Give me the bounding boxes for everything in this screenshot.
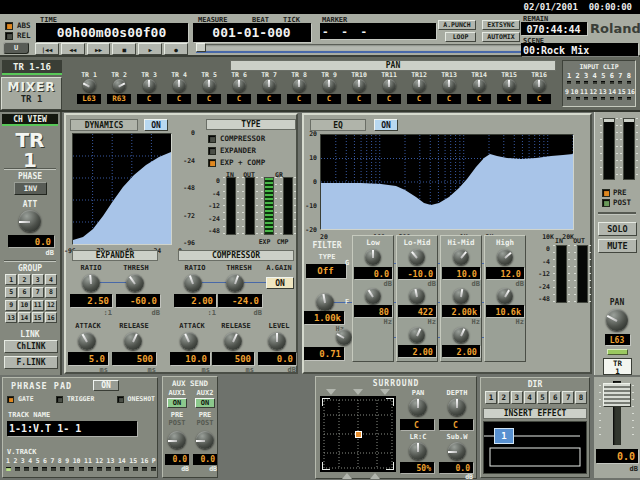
group-button-3[interactable]: 3 xyxy=(32,274,44,285)
vtrack-number[interactable]: 6 xyxy=(43,457,47,465)
transport-button-0[interactable]: |◀◀ xyxy=(35,43,59,55)
group-button-15[interactable]: 15 xyxy=(32,312,44,323)
expander-release-knob[interactable] xyxy=(124,332,142,350)
eq-on-button[interactable]: ON xyxy=(374,119,398,131)
transport-button-1[interactable]: ◀◀ xyxy=(61,43,85,55)
phrase-mode-oneshot[interactable]: ONESHOT xyxy=(117,395,155,403)
compressor-ratio-knob[interactable] xyxy=(184,274,202,292)
transport-button-3[interactable]: ■ xyxy=(112,43,136,55)
tab-tr-1-16[interactable]: TR 1-16 xyxy=(2,60,62,75)
post-toggle[interactable]: POST xyxy=(602,198,631,207)
group-button-5[interactable]: 5 xyxy=(5,287,17,298)
group-button-9[interactable]: 9 xyxy=(5,300,17,311)
pan-knob[interactable] xyxy=(383,79,396,92)
user-button[interactable]: U xyxy=(3,42,29,54)
loop-button[interactable]: LOOP xyxy=(445,32,476,42)
dir-button-4[interactable]: 4 xyxy=(524,391,536,404)
group-button-7[interactable]: 7 xyxy=(32,287,44,298)
dir-button-1[interactable]: 1 xyxy=(485,391,497,404)
pan-knob[interactable] xyxy=(203,79,216,92)
vtrack-number[interactable]: 12 xyxy=(95,457,103,465)
fader-link-button[interactable]: F.LINK xyxy=(4,356,58,369)
aux-on-button[interactable]: ON xyxy=(167,398,187,408)
group-button-11[interactable]: 11 xyxy=(32,300,44,311)
transport-button-5[interactable]: ● xyxy=(164,43,188,55)
transport-button-4[interactable]: ▶ xyxy=(138,43,162,55)
filter-freq-knob[interactable] xyxy=(316,293,334,311)
automix-button[interactable]: AUTOMIX xyxy=(482,32,520,42)
expander-ratio-knob[interactable] xyxy=(82,274,100,292)
vtrack-number[interactable]: 7 xyxy=(50,457,54,465)
dynamics-type-option[interactable]: EXPANDER xyxy=(208,146,300,155)
dir-button-7[interactable]: 7 xyxy=(562,391,574,404)
vtrack-number[interactable]: 2 xyxy=(13,457,17,465)
dir-button-5[interactable]: 5 xyxy=(537,391,549,404)
eq-freq-knob[interactable] xyxy=(365,288,381,304)
abs-toggle[interactable]: ABS xyxy=(5,21,31,30)
pan-knob[interactable] xyxy=(443,79,456,92)
mute-button[interactable]: MUTE xyxy=(598,239,637,253)
eq-q-knob[interactable] xyxy=(409,327,425,343)
pan-knob[interactable] xyxy=(503,79,516,92)
compressor-thresh-knob[interactable] xyxy=(226,274,244,292)
fader-handle[interactable] xyxy=(603,383,631,407)
dynamics-on-button[interactable]: ON xyxy=(144,119,168,131)
pan-knob[interactable] xyxy=(143,79,156,92)
group-button-13[interactable]: 13 xyxy=(5,312,17,323)
vtrack-number[interactable]: 4 xyxy=(28,457,32,465)
compressor-attack-knob[interactable] xyxy=(180,332,198,350)
surround-position-dot[interactable] xyxy=(355,431,362,438)
phrase-pad-on-button[interactable]: ON xyxy=(93,380,119,391)
group-button-8[interactable]: 8 xyxy=(45,287,57,298)
vtrack-number[interactable]: 8 xyxy=(58,457,62,465)
vtrack-number[interactable]: P xyxy=(152,457,156,465)
pan-knob[interactable] xyxy=(173,79,186,92)
auto-gain-on-button[interactable]: ON xyxy=(266,277,294,289)
group-button-16[interactable]: 16 xyxy=(45,312,57,323)
pan-knob[interactable] xyxy=(113,79,126,92)
compressor-release-knob[interactable] xyxy=(224,332,242,350)
pan-knob[interactable] xyxy=(83,79,96,92)
expander-thresh-knob[interactable] xyxy=(126,274,144,292)
vtrack-number[interactable]: 11 xyxy=(84,457,92,465)
compressor-level-knob[interactable] xyxy=(268,332,286,350)
rel-toggle[interactable]: REL xyxy=(5,31,31,40)
surround-depth-knob[interactable] xyxy=(448,398,466,416)
vtrack-number[interactable]: 14 xyxy=(118,457,126,465)
group-button-1[interactable]: 1 xyxy=(5,274,17,285)
vtrack-number[interactable]: 10 xyxy=(73,457,81,465)
pan-knob[interactable] xyxy=(413,79,426,92)
ch-view-tab[interactable]: CH VIEW xyxy=(2,114,58,126)
dir-button-8[interactable]: 8 xyxy=(575,391,587,404)
group-button-6[interactable]: 6 xyxy=(18,287,30,298)
phrase-mode-gate[interactable]: GATE xyxy=(7,395,34,403)
timeline-handle[interactable] xyxy=(196,43,206,52)
vtrack-number[interactable]: 5 xyxy=(36,457,40,465)
expander-attack-knob[interactable] xyxy=(78,332,96,350)
eq-gain-knob[interactable] xyxy=(409,249,425,265)
aux-send-knob[interactable] xyxy=(196,431,214,449)
surround-lrc-knob[interactable] xyxy=(409,442,427,460)
pan-knob[interactable] xyxy=(323,79,336,92)
eq-freq-knob[interactable] xyxy=(453,288,469,304)
pan-knob[interactable] xyxy=(353,79,366,92)
group-button-12[interactable]: 12 xyxy=(45,300,57,311)
eq-gain-knob[interactable] xyxy=(453,249,469,265)
group-button-4[interactable]: 4 xyxy=(45,274,57,285)
eq-gain-knob[interactable] xyxy=(497,249,513,265)
surround-pan-knob[interactable] xyxy=(409,398,427,416)
dynamics-type-option[interactable]: EXP + COMP xyxy=(208,158,300,167)
eq-freq-knob[interactable] xyxy=(497,288,513,304)
phrase-mode-trigger[interactable]: TRIGGER xyxy=(56,395,94,403)
pan-knob[interactable] xyxy=(263,79,276,92)
strip-pan-knob[interactable] xyxy=(606,309,628,331)
filter-q-knob[interactable] xyxy=(336,329,352,345)
group-button-10[interactable]: 10 xyxy=(18,300,30,311)
pan-knob[interactable] xyxy=(233,79,246,92)
vtrack-number[interactable]: 16 xyxy=(141,457,149,465)
auto-punch-button[interactable]: A.PUNCH xyxy=(438,20,476,30)
group-button-14[interactable]: 14 xyxy=(18,312,30,323)
pan-knob[interactable] xyxy=(533,79,546,92)
pre-toggle[interactable]: PRE xyxy=(602,188,627,197)
dir-button-3[interactable]: 3 xyxy=(511,391,523,404)
